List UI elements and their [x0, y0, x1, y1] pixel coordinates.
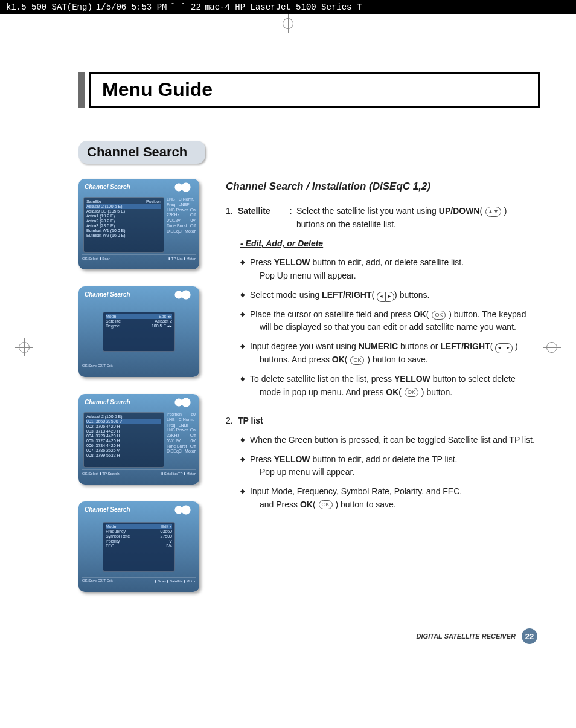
screenshot-edit-satellite-popup: Channel Search ModeEdit ◂▸SatelliteAsias… [78, 286, 199, 377]
thumb4-popup: ModeEdit ▸Frequency03660Symbol Rate27500… [103, 522, 175, 572]
thumb-title: Channel Search [85, 506, 130, 513]
satellite-line2: buttons on the satellite list. [296, 218, 540, 231]
registration-mark-top [279, 14, 297, 33]
printer-name: mac-4 HP LaserJet 5100 Series T [205, 2, 362, 12]
subheading: Channel Search / Installation (DiSEqC 1,… [226, 179, 430, 196]
left-right-icon: ◂▸ [495, 343, 513, 353]
thumb3-footer: OK Select ▮ TP Search▮ Satellite/TP ▮ Mo… [82, 469, 196, 482]
step-label-satellite: Satellite [238, 205, 289, 218]
heading-bar-icon [78, 72, 85, 108]
cloud-icon [171, 181, 196, 193]
thumb2-footer: OK Save EXIT Exit [82, 362, 196, 375]
bullet-keypad: Place the cursor on satellite field and … [240, 308, 540, 334]
thumb-title: Channel Search [85, 184, 130, 190]
step-number: 2. [226, 414, 238, 428]
registration-mark-right [543, 338, 561, 356]
thumb3-right: Position60LNB Freq.C Norm. LNBFLNB Power… [167, 412, 196, 468]
thumb3-table: Asiasat 2 (100.5 E)001. 3660 27500 V002.… [83, 412, 164, 468]
cloud-icon [171, 504, 196, 516]
thumb1-right: LNB Freq.C Norm. LNBFLNB PowerOn22KHzOff… [167, 197, 196, 253]
screenshot-satellite-list: Channel Search SatellitePositionAsiasat … [78, 179, 199, 269]
page-footer: DIGITAL SATELLITE RECEIVER 22 [78, 628, 540, 644]
ok-icon: OK [319, 500, 333, 509]
thumb-title: Channel Search [85, 291, 130, 298]
screenshot-edit-tp-popup: Channel Search ModeEdit ▸Frequency03660S… [78, 501, 199, 592]
thumb4-footer: OK Save EXIT Exit▮ Scan ▮ Satellite ▮ Mo… [82, 577, 196, 590]
thumb1-table: SatellitePositionAsiasat 2 (100.5 E)Asia… [83, 197, 164, 253]
job-name: k1.5 500 SAT(Eng) [6, 2, 92, 12]
step-label-tplist: TP list [238, 414, 263, 428]
bullet-green-toggle: When the Green button is pressed, it can… [240, 434, 540, 447]
bullet-input-tp: Input Mode, Frequency, Symbol Rate, Pola… [240, 485, 540, 511]
bullet-yellow-edit: Press YELLOW button to edit, add, or del… [240, 256, 540, 282]
bullet-input-degree: Input degree you want using NUMERIC butt… [240, 340, 540, 367]
menu-guide-title: Menu Guide [102, 79, 236, 101]
bullet-yellow-tp: Press YELLOW button to edit, add or dele… [240, 453, 540, 479]
registration-mark-left [15, 338, 33, 356]
job-date: 1/5/06 5:53 PM [96, 2, 167, 12]
ok-icon: OK [405, 388, 418, 397]
left-right-icon: ◂▸ [377, 292, 394, 302]
cloud-icon [171, 289, 196, 301]
thumb-title: Channel Search [85, 399, 130, 405]
footer-label: DIGITAL SATELLITE RECEIVER [417, 633, 516, 640]
body-text: Channel Search / Installation (DiSEqC 1,… [226, 179, 540, 592]
edit-add-delete-heading: - Edit, Add, or Delete [240, 237, 540, 251]
thumb1-footer: OK Select ▮ Scan▮ TP List ▮ Motor [82, 254, 196, 267]
menu-guide-heading: Menu Guide [78, 72, 540, 108]
bullet-select-mode: Select mode using LEFT/RIGHT( ◂▸) button… [240, 289, 540, 302]
section-pill-channel-search: Channel Search [78, 141, 205, 164]
step-number: 1. [226, 205, 238, 218]
screenshot-tp-list: Channel Search Asiasat 2 (100.5 E)001. 3… [78, 394, 199, 485]
ok-icon: OK [432, 311, 446, 320]
up-down-icon: ▲▼ [485, 207, 501, 217]
thumb2-popup: ModeEdit ◂▸SatelliteAsiasat 2Degree100.5… [103, 312, 175, 352]
cloud-icon [171, 396, 196, 408]
bullet-delete: To delete satellite list on the list, pr… [240, 373, 540, 399]
print-job-header: k1.5 500 SAT(Eng) 1/5/06 5:53 PM ˘ ` 22 … [0, 0, 576, 14]
page-marker: ˘ ` 22 [170, 2, 200, 12]
page-number-badge: 22 [522, 628, 537, 644]
colon: : [289, 205, 296, 218]
ok-icon: OK [350, 356, 364, 365]
